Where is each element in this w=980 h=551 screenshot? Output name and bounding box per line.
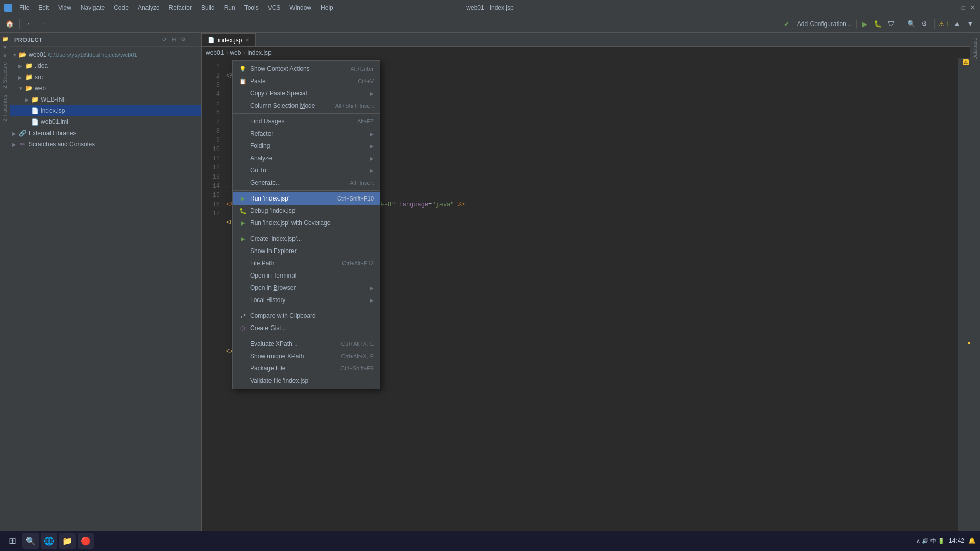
settings-gear-icon[interactable]: ⚙ xyxy=(181,36,188,43)
expand-arrow-webinf: ▶ xyxy=(24,97,31,103)
menu-refactor[interactable]: Refactor xyxy=(165,3,196,12)
run-button[interactable]: ▶ xyxy=(859,18,870,30)
file-path-icon xyxy=(239,259,247,267)
toolbar-project-btn[interactable]: 🏠 xyxy=(4,18,15,30)
debug-index-icon: 🐛 xyxy=(239,207,247,215)
sidebar: Project ⟳ ⊟ ⚙ — ▼ 📂 web01 C:\Users\ysy18… xyxy=(10,33,202,540)
menu-vcs[interactable]: VCS xyxy=(264,3,285,12)
menu-tools[interactable]: Tools xyxy=(240,3,263,12)
menu-label-run-index: Run 'index.jsp' xyxy=(250,195,331,202)
toolbar-back-btn[interactable]: ← xyxy=(24,18,35,30)
menu-open-browser[interactable]: Open in Browser ▶ xyxy=(233,282,380,294)
toolbar-forward-btn[interactable]: → xyxy=(37,18,48,30)
menu-local-history[interactable]: Local History ▶ xyxy=(233,294,380,306)
tree-item-webinf[interactable]: ▶ 📁 WEB-INF xyxy=(10,94,201,105)
tree-label-indexjsp: index.jsp xyxy=(41,107,65,114)
tab-indexjsp[interactable]: 📄 index.jsp ✕ xyxy=(202,33,256,46)
menu-navigate[interactable]: Navigate xyxy=(77,3,109,12)
tree-item-src[interactable]: ▶ 📁 src xyxy=(10,71,201,83)
menu-analyze[interactable]: Analyze xyxy=(134,3,164,12)
menu-label-show-context-actions: Show Context Actions xyxy=(250,65,344,72)
breadcrumb-indexjsp[interactable]: index.jsp xyxy=(247,49,271,56)
maximize-button[interactable]: □ xyxy=(960,4,967,11)
menu-create-index[interactable]: ▶ Create 'index.jsp'... xyxy=(233,233,380,245)
project-icon[interactable]: 📁 xyxy=(1,35,9,43)
tree-item-web01[interactable]: ▼ 📂 web01 C:\Users\ysy18\IdeaProjects\we… xyxy=(10,49,201,60)
menu-file-path[interactable]: File Path Ctrl+Alt+F12 xyxy=(233,257,380,269)
menu-edit[interactable]: Edit xyxy=(34,3,53,12)
menu-analyze[interactable]: Analyze ▶ xyxy=(233,152,380,164)
menu-package-file[interactable]: Package File Ctrl+Shift+F9 xyxy=(233,362,380,374)
menu-run-coverage[interactable]: ▶ Run 'index.jsp' with Coverage xyxy=(233,217,380,229)
tree-label-web01iml: web01.iml xyxy=(41,118,68,126)
sync-btn[interactable]: ⟳ xyxy=(162,36,169,43)
menu-shortcut-paste: Ctrl+V xyxy=(358,78,374,84)
favorites-label[interactable]: 2: Favorites xyxy=(1,92,9,124)
menu-show-explorer[interactable]: Show in Explorer xyxy=(233,245,380,257)
analyze-icon xyxy=(239,154,247,162)
menu-refactor[interactable]: Refactor ▶ xyxy=(233,128,380,140)
search-everywhere-btn[interactable]: 🔍 xyxy=(905,18,917,30)
menu-run-index[interactable]: ▶ Run 'index.jsp' Ctrl+Shift+F10 xyxy=(233,192,380,205)
coverage-button[interactable]: 🛡 xyxy=(886,18,897,30)
menu-run[interactable]: Run xyxy=(220,3,239,12)
taskbar-browser[interactable]: 🌐 xyxy=(41,533,57,549)
menu-shortcut-column-selection: Alt+Shift+Insert xyxy=(335,103,374,109)
tree-item-web01iml[interactable]: 📄 web01.iml xyxy=(10,116,201,128)
menu-paste[interactable]: 📋 Paste Ctrl+V xyxy=(233,75,380,87)
run-config-button[interactable]: Add Configuration... xyxy=(792,19,857,29)
taskbar-intellij[interactable]: 🔴 xyxy=(78,533,94,549)
structure-icon[interactable]: ≡ xyxy=(1,51,9,59)
taskbar-search[interactable]: 🔍 xyxy=(22,533,39,549)
menu-label-run-coverage: Run 'index.jsp' with Coverage xyxy=(250,219,374,227)
database-tab[interactable]: Database xyxy=(971,35,979,63)
windows-taskbar: ⊞ 🔍 🌐 📁 🔴 ∧ 🔊 中 🔋 14:42 🔔 xyxy=(0,531,980,551)
taskbar-explorer[interactable]: 📁 xyxy=(59,533,76,549)
analyze-arrow: ▶ xyxy=(370,156,374,161)
favorites-icon[interactable]: ★ xyxy=(1,43,9,51)
menu-debug-index[interactable]: 🐛 Debug 'index.jsp' xyxy=(233,205,380,217)
menu-validate-file[interactable]: Validate file 'index.jsp' xyxy=(233,374,380,387)
tree-item-indexjsp[interactable]: 📄 index.jsp xyxy=(10,105,201,116)
hide-btn[interactable]: — xyxy=(190,36,197,43)
menu-generate[interactable]: Generate... Alt+Insert xyxy=(233,177,380,189)
menu-find-usages[interactable]: Find Usages Alt+F7 xyxy=(233,115,380,128)
settings-btn[interactable]: ⚙ xyxy=(919,18,930,30)
menu-label-column-selection: Column Selection Mode xyxy=(250,102,329,109)
expand-warnings-btn[interactable]: ▲ xyxy=(951,18,963,30)
structure-label[interactable]: 2: Structure xyxy=(1,59,9,92)
menu-copy-paste-special[interactable]: Copy / Paste Special ▶ xyxy=(233,87,380,99)
menu-column-selection[interactable]: Column Selection Mode Alt+Shift+Insert xyxy=(233,99,380,112)
collapse-warnings-btn[interactable]: ▼ xyxy=(965,18,976,30)
minimize-button[interactable]: ─ xyxy=(950,4,958,11)
tab-close-btn[interactable]: ✕ xyxy=(245,37,249,43)
tree-label-idea: .idea xyxy=(35,62,48,69)
breadcrumb-web01[interactable]: web01 xyxy=(206,49,224,56)
tree-item-web[interactable]: ▼ 📂 web xyxy=(10,83,201,94)
menu-show-unique-xpath[interactable]: Show unique XPath Ctrl+Alt+X, P xyxy=(233,350,380,362)
menu-show-context-actions[interactable]: 💡 Show Context Actions Alt+Enter xyxy=(233,63,380,75)
menu-folding[interactable]: Folding ▶ xyxy=(233,140,380,152)
menu-code[interactable]: Code xyxy=(110,3,133,12)
menu-file[interactable]: File xyxy=(15,3,33,12)
menu-window[interactable]: Window xyxy=(285,3,315,12)
menu-create-gist[interactable]: ⬡ Create Gist... xyxy=(233,322,380,334)
window-title: web01 - index.jsp xyxy=(466,4,513,11)
menu-build[interactable]: Build xyxy=(197,3,219,12)
start-button[interactable]: ⊞ xyxy=(4,533,20,549)
tree-item-idea[interactable]: ▶ 📁 .idea xyxy=(10,60,201,71)
menu-go-to[interactable]: Go To ▶ xyxy=(233,164,380,177)
tree-item-extlib[interactable]: ▶ 🔗 External Libraries xyxy=(10,128,201,139)
editor-scrollbar[interactable] xyxy=(958,58,962,531)
menu-evaluate-xpath[interactable]: Evaluate XPath... Ctrl+Alt+X, E xyxy=(233,338,380,350)
menu-compare-clipboard[interactable]: ⇄ Compare with Clipboard xyxy=(233,310,380,322)
tree-item-scratches[interactable]: ▶ ✏ Scratches and Consoles xyxy=(10,139,201,150)
menu-help[interactable]: Help xyxy=(316,3,337,12)
notification-icon[interactable]: 🔔 xyxy=(968,537,976,544)
close-button[interactable]: ✕ xyxy=(969,4,976,11)
menu-view[interactable]: View xyxy=(54,3,76,12)
collapse-all-btn[interactable]: ⊟ xyxy=(172,36,179,43)
breadcrumb-web[interactable]: web xyxy=(230,49,241,56)
debug-button[interactable]: 🐛 xyxy=(872,18,884,30)
menu-open-terminal[interactable]: Open in Terminal xyxy=(233,269,380,282)
